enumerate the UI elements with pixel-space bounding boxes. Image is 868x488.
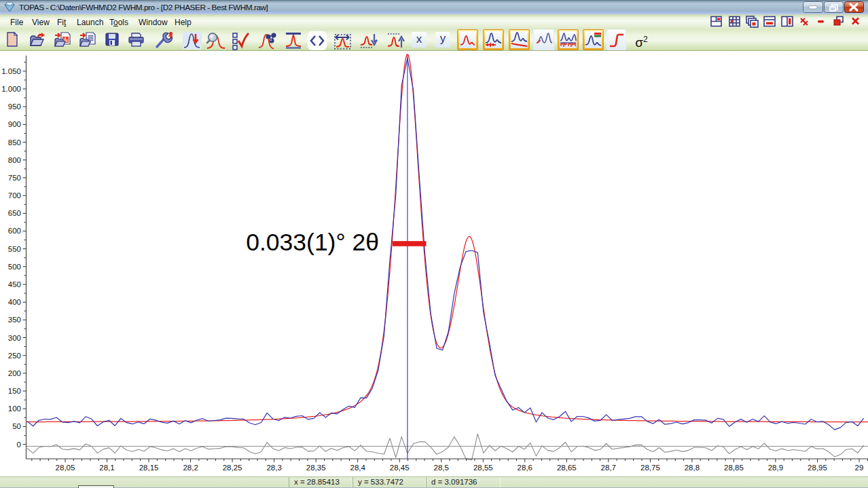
svg-text:28,2: 28,2 <box>183 464 198 472</box>
svg-text:400: 400 <box>8 298 21 306</box>
svg-text:350: 350 <box>8 316 21 324</box>
svg-text:28,8: 28,8 <box>685 464 700 472</box>
svg-text:650: 650 <box>8 209 21 217</box>
svg-text:50: 50 <box>12 422 21 430</box>
svg-text:0.033(1)° 2θ: 0.033(1)° 2θ <box>246 229 379 256</box>
svg-text:800: 800 <box>8 156 21 164</box>
svg-text:28,05: 28,05 <box>56 464 75 472</box>
svg-text:28,9: 28,9 <box>768 464 783 472</box>
svg-text:850: 850 <box>8 138 21 147</box>
svg-text:750: 750 <box>8 174 21 182</box>
svg-text:200: 200 <box>8 369 21 377</box>
svg-text:28,4: 28,4 <box>350 464 366 472</box>
svg-text:550: 550 <box>8 245 21 253</box>
svg-text:29: 29 <box>855 464 864 472</box>
svg-text:1.050: 1.050 <box>1 67 21 75</box>
svg-text:28,1: 28,1 <box>99 464 114 472</box>
svg-text:600: 600 <box>8 227 21 235</box>
svg-text:28,6: 28,6 <box>518 464 532 472</box>
svg-text:700: 700 <box>8 191 21 200</box>
svg-text:28,85: 28,85 <box>724 464 744 472</box>
svg-text:450: 450 <box>8 280 21 288</box>
svg-text:28,25: 28,25 <box>223 464 242 472</box>
svg-text:0: 0 <box>17 440 21 449</box>
svg-text:100: 100 <box>8 405 21 413</box>
svg-text:500: 500 <box>8 263 21 271</box>
svg-text:950: 950 <box>8 102 21 111</box>
svg-text:28,95: 28,95 <box>808 464 827 472</box>
svg-text:250: 250 <box>8 352 21 360</box>
svg-text:28,3: 28,3 <box>266 464 281 472</box>
svg-text:28,7: 28,7 <box>601 464 616 472</box>
svg-text:300: 300 <box>8 334 21 342</box>
svg-text:28,65: 28,65 <box>557 464 577 472</box>
svg-text:28,15: 28,15 <box>139 464 159 472</box>
svg-text:1.000: 1.000 <box>1 85 21 93</box>
svg-text:28,35: 28,35 <box>306 464 326 472</box>
svg-text:150: 150 <box>8 387 21 395</box>
svg-text:28,5: 28,5 <box>434 464 449 472</box>
svg-text:28,55: 28,55 <box>473 464 493 472</box>
svg-text:28,75: 28,75 <box>640 464 660 472</box>
svg-text:28,45: 28,45 <box>390 464 410 472</box>
svg-text:900: 900 <box>8 120 21 128</box>
